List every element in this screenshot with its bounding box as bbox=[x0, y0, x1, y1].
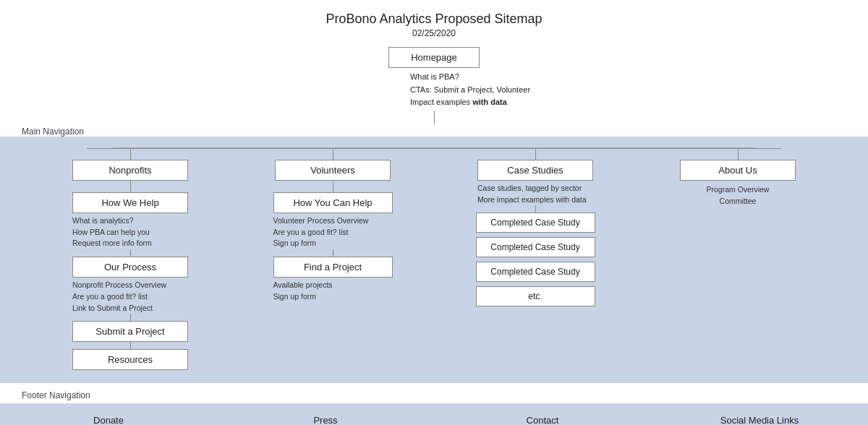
how-you-can-help-wrapper: How You Can Help Volunteer Process Overv… bbox=[268, 192, 398, 257]
how-you-can-help-note: Volunteer Process Overview Are you a goo… bbox=[273, 215, 393, 249]
case-studies-note: Case studies, tagged by sector More impa… bbox=[477, 183, 593, 206]
submit-project-box: Submit a Project bbox=[72, 321, 188, 342]
submit-project-wrapper: Submit a Project bbox=[65, 321, 195, 349]
col-volunteers: Volunteers How You Can Help Volunteer Pr… bbox=[253, 148, 412, 303]
case-studies-box: Case Studies bbox=[477, 160, 593, 181]
homepage-section: Homepage What is PBA? CTAs: Submit a Pro… bbox=[0, 41, 868, 125]
about-us-note: Program Overview Committee bbox=[680, 184, 796, 207]
how-we-help-wrapper: How We Help What is analytics? How PBA c… bbox=[65, 192, 195, 257]
nonprofits-children: How We Help What is analytics? How PBA c… bbox=[51, 192, 210, 371]
our-process-wrapper: Our Process Nonprofit Process Overview A… bbox=[65, 257, 195, 321]
find-project-note: Available projects Sign up form bbox=[273, 280, 393, 303]
footer-social: Social Media Links bbox=[687, 415, 832, 425]
page-date: 02/25/2020 bbox=[0, 28, 868, 38]
case-study-etc: etc. bbox=[476, 286, 595, 306]
nonprofits-box: Nonprofits bbox=[72, 160, 188, 181]
footer-contact: Contact bbox=[470, 415, 615, 425]
volunteers-box: Volunteers bbox=[275, 160, 391, 181]
case-study-2: Completed Case Study bbox=[476, 237, 595, 257]
col-case-studies: Case Studies Case studies, tagged by sec… bbox=[456, 148, 615, 307]
how-you-can-help-box: How You Can Help bbox=[273, 192, 393, 213]
main-nav-label: Main Navigation bbox=[0, 125, 868, 137]
footer-section: Donate Press Contact Social Media Links bbox=[0, 403, 868, 425]
how-we-help-note: What is analytics? How PBA can help you … bbox=[72, 215, 188, 249]
case-studies-children: Completed Case Study Completed Case Stud… bbox=[456, 212, 615, 306]
resources-box: Resources bbox=[72, 349, 188, 370]
our-process-note: Nonprofit Process Overview Are you a goo… bbox=[72, 280, 188, 314]
case-study-3: Completed Case Study bbox=[476, 262, 595, 282]
about-us-box: About Us bbox=[680, 160, 796, 181]
resources-wrapper: Resources bbox=[65, 349, 195, 370]
find-project-wrapper: Find a Project Available projects Sign u… bbox=[268, 257, 398, 303]
our-process-box: Our Process bbox=[72, 257, 188, 278]
main-nav-section: Nonprofits How We Help What is analytics… bbox=[0, 137, 868, 384]
homepage-box: Homepage bbox=[388, 47, 480, 68]
case-study-1: Completed Case Study bbox=[476, 212, 595, 233]
volunteers-children: How You Can Help Volunteer Process Overv… bbox=[253, 192, 412, 303]
page-header: ProBono Analytics Proposed Sitemap 02/25… bbox=[0, 0, 868, 41]
col-nonprofits: Nonprofits How We Help What is analytics… bbox=[51, 148, 210, 371]
how-we-help-box: How We Help bbox=[72, 192, 188, 213]
col-about-us: About Us Program Overview Committee bbox=[658, 148, 817, 207]
footer-donate: Donate bbox=[36, 415, 181, 425]
footer-nav-label: Footer Navigation bbox=[0, 383, 868, 403]
footer-press: Press bbox=[253, 415, 398, 425]
nav-columns: Nonprofits How We Help What is analytics… bbox=[0, 148, 868, 371]
find-project-box: Find a Project bbox=[273, 257, 393, 278]
homepage-note: What is PBA? CTAs: Submit a Project, Vol… bbox=[410, 71, 530, 109]
branch-lines-svg bbox=[0, 137, 868, 148]
page-title: ProBono Analytics Proposed Sitemap bbox=[0, 12, 868, 27]
